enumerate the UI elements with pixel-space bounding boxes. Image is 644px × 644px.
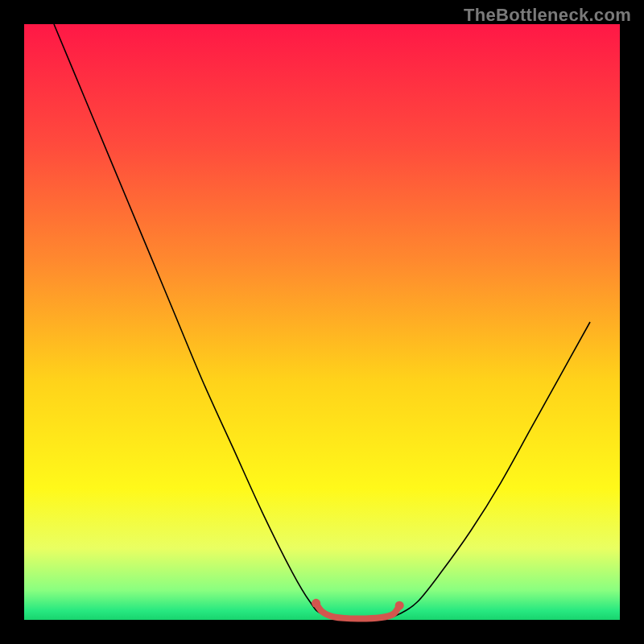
chart-frame: TheBottleneck.com (0, 0, 644, 644)
plot-background (24, 24, 620, 620)
optimal-zone-endpoint (312, 599, 320, 608)
bottleneck-chart (0, 0, 644, 644)
optimal-zone-endpoint (395, 601, 404, 610)
watermark-text: TheBottleneck.com (464, 5, 631, 26)
